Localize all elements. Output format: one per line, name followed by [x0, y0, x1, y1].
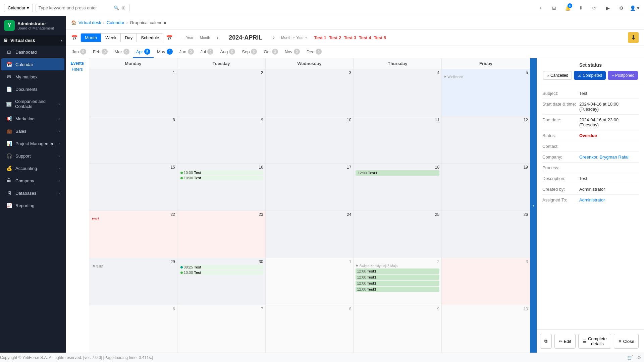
cancelled-btn[interactable]: ○ Cancelled: [543, 71, 572, 80]
cal-cell-apr4[interactable]: 4: [354, 69, 442, 116]
search-icon[interactable]: 🔍: [114, 5, 119, 10]
cal-cell-apr29[interactable]: 29 ⚑test2: [89, 258, 177, 305]
cal-cell-apr11[interactable]: 11: [354, 116, 442, 163]
month-plus-label[interactable]: +: [293, 36, 295, 40]
cal-cell-may10[interactable]: 10: [442, 305, 530, 353]
sidebar-item-company[interactable]: 🏛 Company ›: [1, 175, 64, 187]
bell-icon[interactable]: 🔔 5: [562, 3, 573, 13]
sidebar-item-documents[interactable]: 📄 Documents: [1, 83, 64, 95]
close-btn[interactable]: ✕ Close: [614, 334, 639, 349]
event-may2-4[interactable]: 12:00 Test1: [356, 287, 439, 292]
events-tab[interactable]: Events: [71, 61, 84, 66]
history-icon[interactable]: ⟳: [589, 3, 600, 13]
view-week-btn[interactable]: Week: [101, 34, 121, 42]
month-tab-nov[interactable]: Nov 0: [281, 46, 303, 58]
add-event-btn[interactable]: ⬇: [628, 32, 639, 43]
user-icon[interactable]: 👤 ▾: [629, 3, 640, 13]
download-icon[interactable]: ⬇: [576, 3, 586, 13]
view-schedule-btn[interactable]: Schedule: [137, 34, 163, 42]
cal-cell-apr24[interactable]: 24: [266, 211, 354, 258]
cal-cell-may2[interactable]: 2 ⚑ Święto Konstytucji 3 Maja 12:00 Test…: [354, 258, 442, 305]
search-input[interactable]: [39, 5, 112, 10]
cal-cell-may9[interactable]: 9: [354, 305, 442, 353]
cal-cell-apr12[interactable]: 12: [442, 116, 530, 163]
event-apr30-2[interactable]: 10:00 Test: [179, 270, 263, 275]
sidebar-item-support[interactable]: 🎧 Support ›: [1, 150, 64, 162]
cal-cell-may7[interactable]: 7: [177, 305, 266, 353]
event-may2-1[interactable]: 12:00 Test1: [356, 268, 439, 274]
month-tab-oct[interactable]: Oct 0: [260, 46, 281, 58]
panel-toggle[interactable]: ›: [530, 58, 537, 353]
company-link[interactable]: Greenkor. Brygman Rafał: [579, 155, 639, 160]
sidebar-item-virtual-desk[interactable]: 🖥 Virtual desk ▾: [0, 35, 66, 46]
cal-cell-apr1[interactable]: 1: [89, 69, 177, 116]
sidebar-item-sales[interactable]: 💼 Sales ›: [1, 125, 64, 137]
sidebar-item-accounting[interactable]: 💰 Accounting ›: [1, 162, 64, 174]
cal-cell-apr16[interactable]: 16 10:00 Test 10:00 Test: [177, 164, 266, 210]
cal-cell-apr8[interactable]: 8: [89, 116, 177, 163]
event-apr18-1[interactable]: 12:00 Test1: [356, 170, 439, 176]
month-tab-jun[interactable]: Jun 0: [176, 46, 197, 58]
event-apr16-2[interactable]: 10:00 Test: [179, 176, 263, 180]
month-tab-may[interactable]: May 4: [154, 46, 176, 58]
view-month-btn[interactable]: Month: [81, 34, 101, 42]
breadcrumb-home[interactable]: Virtual desk: [78, 20, 101, 25]
view-day-btn[interactable]: Day: [121, 34, 137, 42]
add-button[interactable]: ＋: [535, 3, 546, 13]
cal-cell-apr19[interactable]: 19: [442, 164, 530, 210]
edit-btn[interactable]: ✏ Edit: [554, 334, 576, 349]
sidebar-item-project[interactable]: 📊 Project Management ›: [1, 137, 64, 149]
month-tab-feb[interactable]: Feb 0: [90, 46, 111, 58]
cal-cell-apr18[interactable]: 18 12:00 Test1: [354, 164, 442, 210]
event-may2-2[interactable]: 12:00 Test1: [356, 275, 439, 280]
copy-btn[interactable]: ⧉: [540, 334, 552, 349]
year-minus-label[interactable]: —: [181, 36, 184, 40]
event-apr16-1[interactable]: 10:00 Test: [179, 170, 263, 175]
cal-cell-apr2[interactable]: 2: [177, 69, 266, 116]
cal-cell-may1[interactable]: 1: [266, 258, 354, 305]
cal-cell-apr23[interactable]: 23: [177, 211, 266, 258]
search-bar[interactable]: 🔍 ⊞: [36, 4, 129, 12]
settings-icon[interactable]: ⚙: [616, 3, 627, 13]
home-icon[interactable]: 🏠: [71, 20, 76, 25]
cal-cell-apr15[interactable]: 15: [89, 164, 177, 210]
test1-label[interactable]: Test 1: [314, 35, 326, 40]
sidebar-item-mailbox[interactable]: ✉ My mailbox: [1, 71, 64, 83]
cal-cell-apr22[interactable]: 22 test1: [89, 211, 177, 258]
cal-cell-may8[interactable]: 8: [266, 305, 354, 353]
event-apr30-1[interactable]: 09:25 Test: [179, 265, 263, 269]
bookmark-icon[interactable]: ⊟: [549, 3, 559, 13]
assigned-link[interactable]: Administrator: [579, 197, 639, 202]
sidebar-item-marketing[interactable]: 📢 Marketing ›: [1, 113, 64, 125]
test5-label[interactable]: Test 5: [374, 35, 386, 40]
prev-month-btn[interactable]: ‹: [213, 33, 222, 42]
cal-cell-apr30[interactable]: 30 09:25 Test 10:00 Test: [177, 258, 266, 305]
breadcrumb-section[interactable]: Calendar: [107, 20, 124, 25]
sidebar-item-reporting[interactable]: 📈 Reporting: [1, 199, 64, 212]
month-tab-dec[interactable]: Dec 0: [303, 46, 325, 58]
month-minus-label[interactable]: —: [195, 36, 199, 40]
grid-icon[interactable]: ⊞: [122, 5, 125, 10]
cal-icon-grid[interactable]: 📅: [166, 35, 173, 41]
next-month-btn[interactable]: ›: [269, 33, 278, 42]
sidebar-item-dashboard[interactable]: ⊞ Dashboard: [1, 46, 64, 58]
cal-cell-apr26[interactable]: 26: [442, 211, 530, 258]
sidebar-item-databases[interactable]: 🗄 Databases ›: [1, 187, 64, 199]
month-tab-mar[interactable]: Mar 0: [111, 46, 132, 58]
completed-btn[interactable]: ☑ Completed: [574, 71, 606, 80]
cal-cell-apr3[interactable]: 3: [266, 69, 354, 116]
cal-cell-apr25[interactable]: 25: [354, 211, 442, 258]
year-plus-label[interactable]: +: [305, 36, 307, 40]
cal-cell-may3[interactable]: 3: [442, 258, 530, 305]
sidebar-item-companies[interactable]: 🏢 Companies and Contacts ›: [1, 96, 64, 112]
module-selector[interactable]: Calendar ▾: [4, 4, 33, 12]
postponed-btn[interactable]: » Postponed: [608, 71, 638, 80]
video-icon[interactable]: ▶: [602, 3, 613, 13]
month-tab-jan[interactable]: Jan 0: [68, 46, 90, 58]
month-tab-jul[interactable]: Jul 0: [197, 46, 217, 58]
event-may2-3[interactable]: 12:00 Test1: [356, 281, 439, 286]
test4-label[interactable]: Test 4: [359, 35, 371, 40]
sidebar-item-calendar[interactable]: 📅 Calendar: [1, 58, 64, 70]
month-tab-sep[interactable]: Sep 0: [238, 46, 260, 58]
cal-cell-apr5[interactable]: 5 ⚑ Wielkanoc: [442, 69, 530, 116]
